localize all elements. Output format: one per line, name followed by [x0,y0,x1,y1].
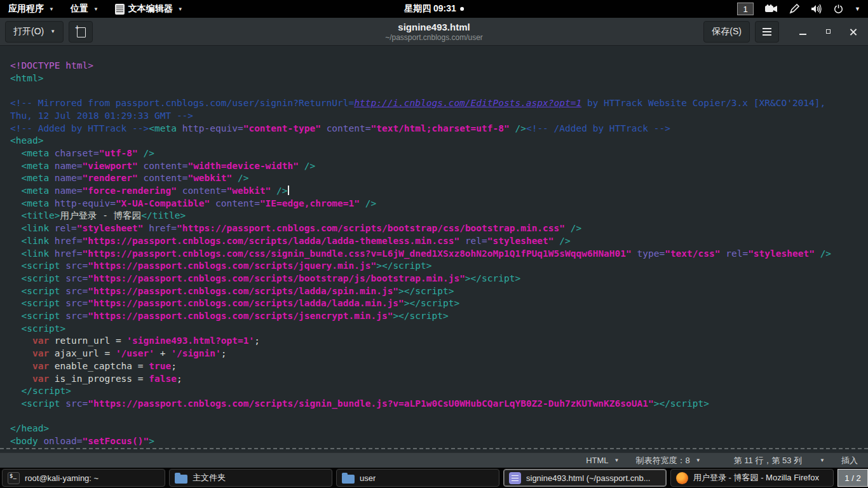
code-line: <meta name="renderer" content="webkit" /… [10,172,868,185]
minimize-button[interactable] [793,22,812,41]
code-line: var enable_captcha = true; [10,360,868,373]
screen-recorder-icon[interactable] [765,4,778,13]
workspace-indicator[interactable]: 1 [737,3,754,15]
code-line: <meta charset="utf-8" /> [10,147,868,160]
gedit-statusbar: HTML ▼ 制表符宽度：8 ▼ 第 11 行，第 53 列 ▼ 插入 [0,452,868,468]
code-line: var ajax_url = '/user' + '/signin'; [10,348,868,360]
text-cursor [288,186,289,195]
code-line: <script src="https://passport.cnblogs.co… [10,297,868,310]
language-dropdown[interactable]: HTML ▼ [586,456,619,465]
insert-mode-label: 插入 [841,455,858,466]
code-line: <meta http-equiv="X-UA-Compatible" conte… [10,198,868,210]
power-icon[interactable] [834,4,843,14]
code-line: <link href="https://passport.cnblogs.com… [10,235,868,248]
window-title: user [360,473,376,483]
close-icon [850,28,857,36]
code-line: <!-- Mirrored from passport.cnblogs.com/… [10,97,868,110]
topbar-menus: 应用程序▼位置▼文本编辑器▼ [0,0,191,18]
menu-places[interactable]: 位置▼ [62,0,107,18]
chevron-down-icon[interactable]: ▼ [855,6,860,12]
gnome-top-bar: 应用程序▼位置▼文本编辑器▼ 星期四 09:31 1 ▼ [0,0,868,18]
save-button-label: 保存(S) [712,26,742,37]
code-line: </script> [10,385,868,398]
desktop: 应用程序▼位置▼文本编辑器▼ 星期四 09:31 1 ▼ 打开(O [0,0,868,488]
chevron-down-icon: ▼ [614,458,620,463]
close-button[interactable] [844,22,863,41]
code-line: <link rel="stylesheet" href="https://pas… [10,222,868,235]
notification-dot-icon [460,7,464,11]
open-button-label: 打开(O) [13,26,44,37]
cursor-position[interactable]: 第 11 行，第 53 列 [734,455,802,466]
gedit-headerbar: 打开(O) ▼ signine493.html ~/passport.cnblo… [0,18,868,46]
code-line: Thu, 12 Jul 2018 01:29:33 GMT --> [10,110,868,123]
code-line: <script src="https://passport.cnblogs.co… [10,273,868,285]
taskbar-window-folder[interactable]: user [336,469,499,487]
text-editor-icon [115,4,125,15]
workspace-pager[interactable]: 1 / 2 [837,469,868,487]
firefox-icon [676,472,688,484]
open-button[interactable]: 打开(O) ▼ [5,21,64,43]
window-controls [793,22,863,41]
window-title: root@kali-yaming: ~ [25,473,98,483]
clock[interactable]: 星期四 09:31 [404,0,464,18]
volume-icon[interactable] [811,4,822,14]
chevron-down-icon: ▼ [820,458,825,463]
language-label: HTML [586,456,608,465]
code-content: <!DOCTYPE html><html> <!-- Mirrored from… [10,60,868,448]
tab-width-label: 制表符宽度：8 [636,455,690,466]
code-line: <body onload="setFocus()"> [10,435,868,448]
taskbar-window-folder[interactable]: 主文件夹 [169,469,332,487]
code-line [10,410,868,423]
terminal-icon: $_ [8,472,20,484]
taskbar-window-gedit[interactable]: signine493.html (~/passport.cnb... [503,469,667,487]
save-button[interactable]: 保存(S) [703,21,750,43]
code-line: <script src="https://passport.cnblogs.co… [10,285,868,298]
tab-width-dropdown[interactable]: 制表符宽度：8 ▼ [636,455,701,466]
code-line: </head> [10,423,868,435]
folder-icon [175,475,187,484]
chevron-down-icon: ▼ [50,29,55,34]
document-title: signine493.html [385,22,483,33]
hamburger-icon [763,28,771,36]
document-path: ~/passport.cnblogs.com/user [385,33,483,42]
window-title: 主文件夹 [193,472,226,484]
maximize-button[interactable] [818,22,837,41]
menu-applications[interactable]: 应用程序▼ [0,0,62,18]
code-line: <script src="https://passport.cnblogs.co… [10,260,868,273]
menu-button[interactable] [755,21,779,43]
new-document-button[interactable] [69,21,93,43]
code-line: <title>用户登录 - 博客园</title> [10,210,868,222]
chevron-down-icon: ▼ [696,458,701,463]
cursor-position-label: 第 11 行，第 53 列 [734,455,802,466]
folder-icon [342,475,355,484]
code-line: <html> [10,72,868,85]
menu-label: 应用程序 [8,3,44,15]
code-line: <script src="https://passport.cnblogs.co… [10,310,868,323]
code-line: <script> [10,323,868,336]
window-list-taskbar: $_root@kali-yaming: ~主文件夹usersignine493.… [0,468,868,488]
code-line: var is_in_progress = false; [10,373,868,386]
code-line: <meta name="force-rendering" content="we… [10,185,868,198]
minimize-icon [799,34,806,35]
code-line: <link href="https://passport.cnblogs.com… [10,248,868,261]
window-title: 用户登录 - 博客园 - Mozilla Firefox [693,472,819,484]
taskbar-windows: $_root@kali-yaming: ~主文件夹usersignine493.… [0,468,836,487]
system-tray: 1 ▼ [737,0,868,18]
maximize-icon [826,29,831,34]
insert-mode-toggle[interactable]: 插入 [841,455,858,466]
code-line: <!-- Added by HTTrack --><meta http-equi… [10,123,868,135]
menu-text-editor[interactable]: 文本编辑器▼ [107,0,191,18]
input-pen-icon[interactable] [789,4,799,14]
taskbar-window-firefox[interactable]: 用户登录 - 博客园 - Mozilla Firefox [670,469,834,487]
taskbar-window-terminal[interactable]: $_root@kali-yaming: ~ [2,469,165,487]
page-break-line [0,448,868,449]
chevron-down-icon: ▼ [49,6,54,12]
gedit-icon [509,472,521,484]
editor-text-area[interactable]: <!DOCTYPE html><html> <!-- Mirrored from… [0,46,868,452]
code-line: var return_url = 'signine493.html?opt=1'… [10,335,868,348]
chevron-down-icon: ▼ [178,6,183,12]
code-line: <!DOCTYPE html> [10,60,868,72]
menu-label: 文本编辑器 [128,3,173,15]
statusbar-dropdown[interactable]: ▼ [818,458,825,463]
code-line: <head> [10,135,868,147]
